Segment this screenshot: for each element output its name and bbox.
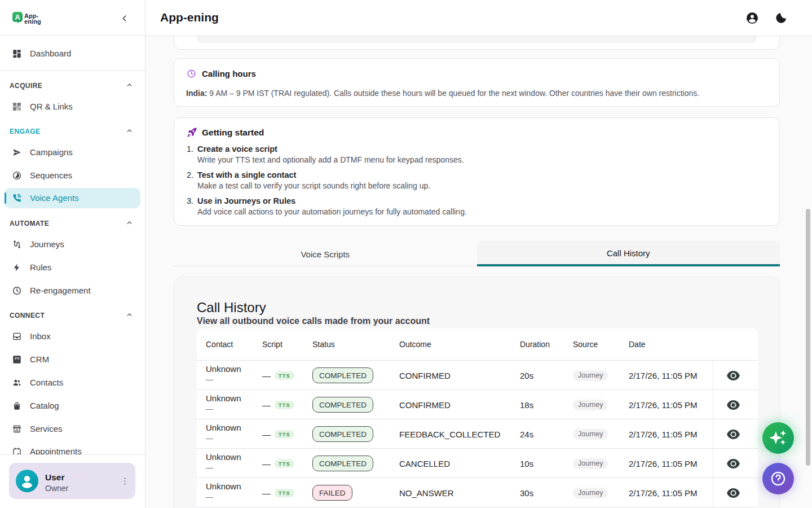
svg-text:A: A [15,13,20,21]
